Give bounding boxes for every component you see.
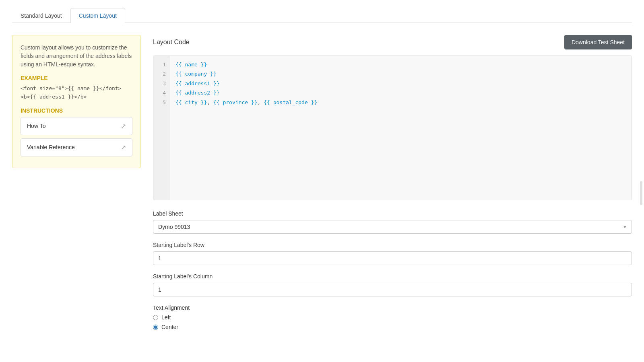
starting-row-label: Starting Label's Row (153, 242, 632, 248)
how-to-label: How To (27, 123, 45, 129)
right-panel: Layout Code Download Test Sheet 1 2 3 4 … (153, 35, 632, 338)
instructions-title: INSTRUCTIONS (21, 107, 132, 114)
code-lines: {{ name }} {{ company }} {{ address1 }} … (169, 56, 632, 200)
label-sheet-select[interactable]: Dymo 99013 Avery 5160 Avery 5163 (153, 220, 632, 234)
example-title: EXAMPLE (21, 75, 132, 81)
line-num-2: 2 (157, 69, 166, 78)
text-alignment-group: Text Alignment Left Center (153, 304, 632, 330)
code-editor[interactable]: 1 2 3 4 5 {{ name }} {{ company }} {{ ad… (153, 56, 632, 200)
variable-reference-label: Variable Reference (27, 144, 75, 150)
left-panel: Custom layout allows you to customize th… (12, 35, 141, 338)
line-numbers: 1 2 3 4 5 (153, 56, 169, 200)
example-line-2: <b>{{ address1 }}</b> (21, 93, 132, 101)
info-box: Custom layout allows you to customize th… (12, 35, 141, 168)
download-test-sheet-button[interactable]: Download Test Sheet (564, 35, 632, 49)
radio-left-item[interactable]: Left (153, 314, 632, 321)
code-line-5: {{ city }}, {{ province }}, {{ postal_co… (175, 98, 625, 107)
example-code: <font size="8">{{ name }}</font> <b>{{ a… (21, 84, 132, 101)
starting-column-group: Starting Label's Column (153, 273, 632, 296)
line-num-4: 4 (157, 88, 166, 97)
how-to-link[interactable]: How To ↗ (21, 117, 132, 135)
starting-column-input[interactable] (153, 283, 632, 296)
radio-left-label: Left (161, 314, 171, 321)
starting-row-input[interactable] (153, 251, 632, 265)
radio-group: Left Center (153, 314, 632, 330)
label-sheet-select-wrapper: Dymo 99013 Avery 5160 Avery 5163 (153, 220, 632, 234)
variable-reference-link[interactable]: Variable Reference ↗ (21, 138, 132, 156)
tab-standard-layout[interactable]: Standard Layout (12, 8, 70, 23)
radio-center[interactable] (153, 325, 158, 330)
label-sheet-group: Label Sheet Dymo 99013 Avery 5160 Avery … (153, 210, 632, 234)
code-line-4: {{ address2 }} (175, 88, 625, 97)
starting-column-label: Starting Label's Column (153, 273, 632, 280)
text-alignment-label: Text Alignment (153, 304, 632, 311)
layout-code-label: Layout Code (153, 39, 190, 46)
example-line-1: <font size="8">{{ name }}</font> (21, 84, 132, 93)
radio-center-label: Center (161, 324, 178, 330)
code-content: 1 2 3 4 5 {{ name }} {{ company }} {{ ad… (153, 56, 632, 200)
layout-code-header: Layout Code Download Test Sheet (153, 35, 632, 49)
tabs-container: Standard Layout Custom Layout (12, 8, 632, 23)
code-line-2: {{ company }} (175, 69, 625, 78)
code-line-1: {{ name }} (175, 60, 625, 69)
line-num-3: 3 (157, 79, 166, 88)
scrollbar[interactable] (640, 181, 642, 205)
radio-left[interactable] (153, 315, 158, 320)
radio-center-item[interactable]: Center (153, 324, 632, 330)
line-num-5: 5 (157, 98, 166, 107)
page-container: Standard Layout Custom Layout Custom lay… (0, 0, 644, 362)
tab-custom-layout[interactable]: Custom Layout (70, 8, 125, 23)
info-description: Custom layout allows you to customize th… (21, 43, 132, 69)
main-content: Custom layout allows you to customize th… (12, 35, 632, 338)
external-link-icon-2: ↗ (121, 144, 126, 151)
label-sheet-label: Label Sheet (153, 210, 632, 217)
starting-row-group: Starting Label's Row (153, 242, 632, 265)
line-num-1: 1 (157, 60, 166, 69)
external-link-icon-1: ↗ (121, 122, 126, 130)
code-line-3: {{ address1 }} (175, 79, 625, 88)
